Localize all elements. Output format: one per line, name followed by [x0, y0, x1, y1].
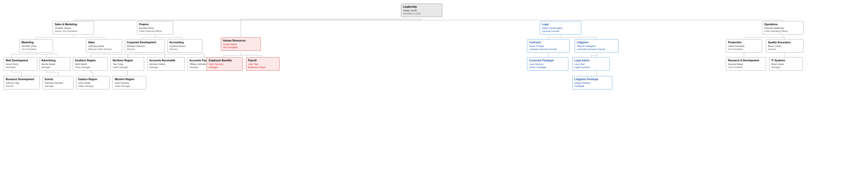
- node-business-development: Business Development Johnny Clay Directo…: [4, 76, 40, 89]
- node-title: Employee Benefits: [209, 59, 241, 62]
- node-name: Cynthia Moore: [169, 44, 200, 48]
- node-sales-marketing: Sales & Marketing Christie James Senior …: [53, 21, 94, 35]
- node-title: Corporate Development: [127, 41, 163, 44]
- node-name: Hannah Matthews: [764, 26, 801, 30]
- node-quality-assurance: Quality Assurance Boaz Cohen Director: [766, 39, 803, 52]
- node-name: Samir Frangh: [529, 44, 567, 48]
- node-name: Walter Smith: [403, 9, 440, 12]
- node-role: Developer: [6, 66, 35, 69]
- node-name: Sam Paulson: [209, 62, 241, 66]
- node-name: Alexa Kennedy: [728, 44, 760, 48]
- node-advertising: Advertising Nicole Wyatt Manager: [39, 57, 70, 71]
- node-title: Human Resources: [223, 39, 259, 42]
- node-role: Sales Manager: [75, 66, 106, 69]
- node-role: Vice President: [22, 48, 51, 51]
- node-title: Research & Development: [728, 59, 764, 62]
- node-role: Associate General Counsel: [577, 48, 617, 51]
- node-title: Eastern Region: [78, 78, 108, 81]
- node-accounts-receivable: Accounts Receivable Nichole Hinton Manag…: [147, 57, 185, 71]
- node-role: Senior Vice President: [55, 30, 92, 33]
- node-name: Johnny Clay: [6, 81, 38, 84]
- node-contracts: Contracts Samir Frangh Assistant General…: [527, 39, 570, 52]
- node-title: Northern Region: [113, 59, 142, 62]
- node-human-resources: Human Resources Chad Adams Vice Presiden…: [221, 37, 261, 51]
- node-title: Events: [45, 78, 71, 81]
- node-name: Chad Adams: [223, 42, 259, 46]
- node-title: Business Development: [6, 78, 38, 81]
- node-role: Chief Financial Officer: [139, 30, 171, 33]
- node-marketing: Marketing Jennifer Zhao Vice President: [20, 39, 53, 52]
- node-role: Manager: [41, 66, 68, 69]
- node-name: Nicole Wyatt: [41, 62, 68, 66]
- node-accounting: Accounting Cynthia Moore Director: [167, 39, 202, 52]
- node-title: Southern Region: [75, 59, 106, 62]
- node-finance: Finance Kendra Perez Chief Financial Off…: [137, 21, 173, 35]
- node-name: Boaz Cohen: [768, 44, 801, 48]
- node-title: Accounts Receivable: [149, 59, 183, 62]
- node-title: Litigation: [577, 41, 617, 44]
- node-name: Lisa Libel: [574, 62, 608, 66]
- node-name: Seth Booth: [75, 62, 106, 66]
- node-name: Pamela Sanchez: [45, 81, 71, 84]
- node-research-development: Research & Development Jessica Baker Vic…: [726, 57, 766, 71]
- node-role: Legal Assistant: [574, 66, 608, 69]
- node-name: Kendra Perez: [139, 26, 171, 30]
- node-name: Kevin Perry: [6, 62, 35, 66]
- node-role: National Sales Director: [88, 48, 120, 51]
- node-it-systems: IT Systems Brad Jones Manager: [769, 57, 803, 71]
- node-title: Leadership: [403, 5, 440, 9]
- node-payroll: Payroll Julie Tsai Business Analyst: [246, 57, 280, 71]
- node-name: Juan Moreno: [115, 81, 144, 84]
- node-role: Director: [768, 48, 801, 51]
- node-corporate-paralegal: Corporate Paralegal Juan Moreno Senior P…: [527, 57, 568, 71]
- node-corporate-dev: Corporate Development Michael Johnson Di…: [125, 39, 165, 52]
- node-name: Jessica Baker: [728, 62, 764, 66]
- node-role: Sales Manager: [78, 84, 108, 88]
- node-title: Marketing: [22, 41, 51, 44]
- node-role: Manager: [771, 66, 801, 69]
- node-role: Vice President: [223, 46, 259, 49]
- node-title: IT Systems: [771, 59, 801, 62]
- node-title: Legal Admin: [574, 59, 608, 62]
- node-title: Finance: [139, 23, 171, 26]
- node-role: Manager: [149, 66, 183, 69]
- node-role: President & CEO: [403, 12, 440, 15]
- node-title: Web Development: [6, 59, 35, 62]
- node-role: General Counsel: [542, 30, 579, 33]
- node-name: Michael Johnson: [127, 44, 163, 48]
- node-name: Wayne Gallagher: [577, 44, 617, 48]
- org-chart: Leadership Walter Smith President & CEO …: [0, 0, 868, 183]
- node-events: Events Pamela Sanchez Manager: [43, 76, 74, 89]
- node-litigation-paralegal: Litigation Paralegal Megan Medina Parale…: [572, 76, 612, 89]
- node-web-development: Web Development Kevin Perry Developer: [4, 57, 37, 71]
- node-legal-admin: Legal Admin Lisa Libel Legal Assistant: [572, 57, 610, 71]
- node-name: Gina Smith: [78, 81, 108, 84]
- node-role: Business Analyst: [248, 66, 277, 69]
- node-leadership: Leadership Walter Smith President & CEO: [401, 4, 442, 17]
- node-western-region: Western Region Juan Moreno Sales Manager: [113, 76, 146, 89]
- node-title: Corporate Paralegal: [529, 59, 566, 62]
- node-name: Brad Jones: [771, 62, 801, 66]
- node-legal: Legal Dalton Washington General Counsel: [540, 21, 581, 35]
- connectors: [0, 0, 868, 183]
- node-operations: Operations Hannah Matthews Chief Operati…: [762, 21, 803, 35]
- node-title: Payroll: [248, 59, 277, 62]
- node-role: Sales Manager: [115, 84, 144, 88]
- node-title: Accounting: [169, 41, 200, 44]
- node-title: Quality Assurance: [768, 41, 801, 44]
- node-role: Senior Paralegal: [529, 66, 566, 69]
- node-litigation: Litigation Wayne Gallagher Associate Gen…: [575, 39, 619, 52]
- node-northern-region: Northern Region Yao Tung Sales Manager: [111, 57, 144, 71]
- node-name: Yao Tung: [113, 62, 142, 66]
- node-role: Director: [6, 84, 38, 88]
- node-title: Sales & Marketing: [55, 23, 92, 26]
- node-role: Vice President: [728, 66, 764, 69]
- node-title: Sales: [88, 41, 120, 44]
- node-role: Chief Operating Officer: [764, 30, 801, 33]
- node-eastern-region: Eastern Region Gina Smith Sales Manager: [76, 76, 110, 89]
- node-role: Manager: [209, 66, 241, 69]
- node-employee-benefits: Employee Benefits Sam Paulson Manager: [207, 57, 243, 71]
- node-name: Anthony Davis: [88, 44, 120, 48]
- node-name: Juan Moreno: [529, 62, 566, 66]
- node-title: Litigation Paralegal: [574, 78, 610, 81]
